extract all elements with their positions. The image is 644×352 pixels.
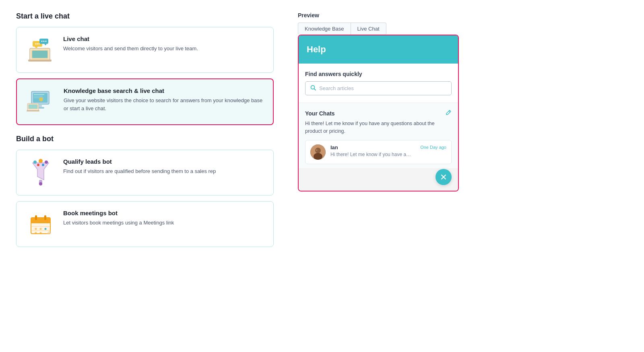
svg-marker-26 [33,163,49,180]
svg-line-50 [449,111,450,112]
svg-point-45 [35,232,37,234]
section2-title: Build a bot [16,135,274,143]
widget-header-title: Help [307,44,450,55]
main-layout: Start a live chat [0,0,644,265]
svg-point-54 [316,149,317,150]
book-meetings-content: Book meetings bot Let visitors book meet… [63,210,174,227]
qualify-leads-desc: Find out if visitors are qualified befor… [63,167,216,175]
chat-info-top: Ian One Day ago [330,144,446,150]
qualify-leads-icon [26,158,55,187]
book-meetings-icon [26,210,55,239]
live-chat-icon [26,35,55,64]
chat-time: One Day ago [420,145,446,150]
svg-point-31 [37,164,39,166]
widget-find-title: Find answers quickly [305,71,452,77]
svg-point-34 [39,182,42,185]
live-chat-title: Live chat [63,35,198,42]
widget-chats-header: Your Chats [305,109,452,117]
tab-knowledge-base[interactable]: Knowledge Base [298,23,351,35]
svg-point-13 [45,41,47,42]
svg-point-12 [43,41,45,42]
svg-point-28 [33,161,37,164]
svg-rect-2 [32,51,47,58]
widget-chats-desc: Hi there! Let me know if you have any qu… [305,120,452,135]
preview-widget: Help Find answers quickly Search article… [298,35,459,191]
svg-point-29 [39,159,43,163]
live-chat-content: Live chat Welcome visitors and send them… [63,35,198,53]
widget-chats-title: Your Chats [305,110,335,117]
edit-icon[interactable] [445,109,452,117]
svg-point-8 [35,43,37,44]
svg-point-9 [37,43,38,44]
svg-point-42 [35,228,37,230]
svg-rect-20 [29,105,37,109]
kb-live-chat-icon [27,87,56,116]
svg-point-46 [40,232,42,234]
widget-search-placeholder: Search articles [319,85,354,91]
chat-item[interactable]: Ian One Day ago Hi there! Let me know if… [305,140,452,164]
book-meetings-card[interactable]: Book meetings bot Let visitors book meet… [16,201,274,247]
svg-point-25 [39,97,43,101]
book-meetings-desc: Let visitors book meetings using a Meeti… [63,219,174,227]
kb-live-chat-card[interactable]: Knowledge base search & live chat Give y… [16,78,274,125]
qualify-leads-title: Qualify leads bot [63,158,216,165]
svg-point-30 [45,161,48,164]
svg-rect-38 [35,215,37,220]
close-button[interactable] [436,169,452,185]
tab-live-chat[interactable]: Live Chat [351,23,386,35]
widget-find-section: Find answers quickly Search articles [299,64,458,103]
svg-rect-39 [44,215,46,220]
chat-info: Ian One Day ago Hi there! Let me know if… [330,144,446,157]
kb-live-chat-title: Knowledge base search & live chat [64,87,263,94]
svg-marker-7 [44,44,47,45]
live-chat-card[interactable]: Live chat Welcome visitors and send them… [16,27,274,73]
widget-search-box[interactable]: Search articles [305,81,452,95]
right-panel: Preview Knowledge Base Live Chat Help Fi… [298,12,459,253]
svg-rect-21 [27,110,39,111]
svg-point-43 [40,228,42,230]
search-icon [310,85,316,92]
qualify-leads-content: Qualify leads bot Find out if visitors a… [63,158,216,175]
live-chat-desc: Welcome visitors and send them directly … [63,45,198,53]
widget-bottom [299,168,458,191]
preview-label: Preview [298,12,459,19]
kb-live-chat-content: Knowledge base search & live chat Give y… [64,87,263,112]
svg-line-49 [314,89,316,91]
svg-rect-16 [39,104,42,107]
svg-point-32 [42,164,44,166]
section1-title: Start a live chat [16,12,274,21]
chat-avatar [310,144,326,160]
kb-live-chat-desc: Give your website visitors the choice to… [64,97,263,112]
svg-point-44 [45,228,47,230]
chat-name: Ian [330,144,338,150]
svg-point-52 [315,148,321,153]
svg-rect-3 [28,60,52,62]
widget-header: Help [299,35,458,64]
svg-rect-37 [31,221,50,223]
left-panel: Start a live chat [16,12,274,253]
widget-chats-section: Your Chats Hi there! Let me know if you … [299,103,458,168]
qualify-leads-card[interactable]: Qualify leads bot Find out if visitors a… [16,150,274,196]
svg-point-10 [39,43,40,44]
book-meetings-title: Book meetings bot [63,210,174,216]
chat-preview-text: Hi there! Let me know if you have a… [330,152,446,157]
svg-point-11 [41,41,43,42]
preview-tabs: Knowledge Base Live Chat [298,23,459,35]
